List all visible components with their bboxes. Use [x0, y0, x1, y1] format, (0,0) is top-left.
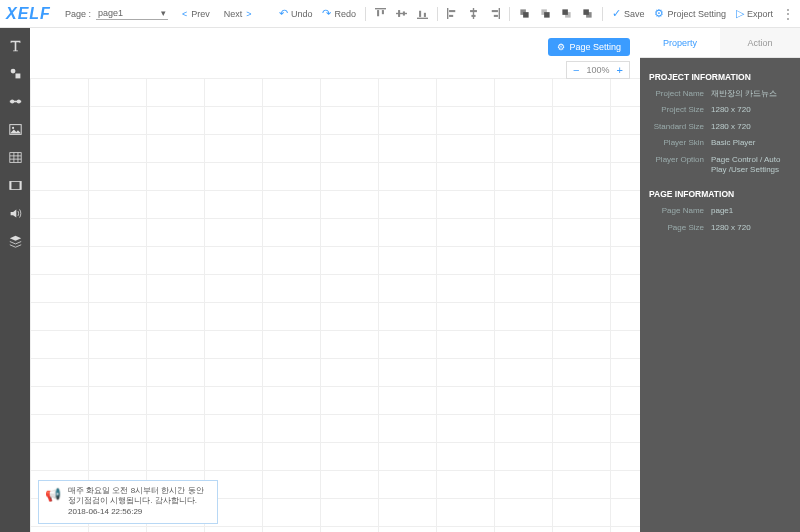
slider-tool[interactable]: [8, 94, 22, 108]
more-menu-button[interactable]: ⋮: [782, 7, 794, 21]
separator: [365, 7, 366, 21]
send-backward-icon: [561, 8, 572, 19]
left-toolbar: [0, 28, 30, 532]
zoom-control: − 100% +: [566, 61, 630, 79]
prev-button[interactable]: <Prev: [182, 9, 210, 19]
info-value: Page Control / Auto Play /User Settings: [711, 155, 791, 176]
top-toolbar: XELF Page : page1 ▾ <Prev Next> ↶Undo ↷R…: [0, 0, 800, 28]
audio-tool[interactable]: [8, 206, 22, 220]
app-logo: XELF: [6, 5, 51, 23]
svg-rect-39: [9, 181, 11, 189]
svg-rect-1: [377, 10, 379, 16]
svg-rect-16: [492, 10, 498, 12]
canvas-grid: [30, 78, 640, 532]
svg-point-32: [12, 126, 14, 128]
gear-icon: ⚙: [557, 42, 565, 52]
page-dropdown[interactable]: page1 ▾: [96, 7, 168, 20]
svg-rect-6: [417, 18, 428, 19]
align-right-icon: [489, 8, 500, 19]
info-value: Basic Player: [711, 138, 791, 148]
info-row: Project Size1280 x 720: [649, 105, 791, 115]
svg-rect-33: [9, 152, 20, 162]
main-area: ⚙Page Setting − 100% + 📢 매주 화요일 오전 8시부터 …: [0, 28, 800, 532]
info-row: Page Size1280 x 720: [649, 223, 791, 233]
prev-label: Prev: [191, 9, 210, 19]
svg-rect-21: [544, 12, 550, 18]
shape-tool[interactable]: [8, 66, 22, 80]
page-label: Page :: [65, 9, 91, 19]
align-left-button[interactable]: [447, 8, 458, 19]
layers-icon: [9, 235, 22, 248]
bring-front-button[interactable]: [519, 8, 530, 19]
export-button[interactable]: ▷Export: [736, 7, 773, 20]
send-back-icon: [582, 8, 593, 19]
zoom-in-button[interactable]: +: [617, 64, 623, 76]
audio-icon: [9, 207, 22, 220]
svg-rect-27: [15, 73, 20, 78]
redo-label: Redo: [334, 9, 356, 19]
zoom-value: 100%: [587, 65, 610, 75]
text-tool[interactable]: [8, 38, 22, 52]
layers-tool[interactable]: [8, 234, 22, 248]
info-row: Player OptionPage Control / Auto Play /U…: [649, 155, 791, 176]
page-setting-label: Page Setting: [569, 42, 621, 52]
video-tool[interactable]: [8, 178, 22, 192]
align-top-button[interactable]: [375, 8, 386, 19]
tab-property[interactable]: Property: [640, 28, 720, 58]
info-value: 1280 x 720: [711, 105, 791, 115]
svg-rect-12: [473, 8, 474, 19]
bring-forward-button[interactable]: [540, 8, 551, 19]
save-button[interactable]: ✓Save: [612, 7, 645, 20]
align-hcenter-icon: [468, 8, 479, 19]
align-right-button[interactable]: [489, 8, 500, 19]
info-value: 재반장의 카드뉴스: [711, 89, 791, 99]
play-icon: ▷: [736, 7, 744, 20]
align-bottom-button[interactable]: [417, 8, 428, 19]
align-hcenter-button[interactable]: [468, 8, 479, 19]
svg-rect-13: [470, 10, 477, 12]
project-setting-button[interactable]: ⚙Project Setting: [654, 7, 726, 20]
svg-point-26: [10, 68, 15, 73]
redo-icon: ↷: [322, 7, 331, 20]
info-row: Standard Size1280 x 720: [649, 122, 791, 132]
svg-rect-14: [471, 15, 475, 17]
zoom-out-button[interactable]: −: [573, 64, 579, 76]
image-tool[interactable]: [8, 122, 22, 136]
svg-rect-17: [494, 15, 498, 17]
canvas-area[interactable]: ⚙Page Setting − 100% + 📢 매주 화요일 오전 8시부터 …: [30, 28, 640, 532]
svg-rect-2: [382, 10, 384, 14]
send-back-button[interactable]: [582, 8, 593, 19]
page-current: page1: [98, 8, 123, 18]
info-label: Project Name: [649, 89, 711, 99]
svg-rect-9: [447, 8, 448, 19]
undo-button[interactable]: ↶Undo: [279, 7, 313, 20]
info-value: page1: [711, 206, 791, 216]
svg-rect-0: [375, 8, 386, 9]
send-backward-button[interactable]: [561, 8, 572, 19]
chevron-right-icon: >: [246, 9, 251, 19]
tab-action[interactable]: Action: [720, 28, 800, 58]
svg-rect-5: [403, 11, 405, 15]
gear-icon: ⚙: [654, 7, 664, 20]
text-icon: [9, 39, 22, 52]
image-icon: [9, 123, 22, 136]
svg-rect-7: [419, 11, 421, 17]
right-panel: Property Action PROJECT INFORMATION Proj…: [640, 28, 800, 532]
info-label: Page Name: [649, 206, 711, 216]
align-vcenter-button[interactable]: [396, 8, 407, 19]
shapes-icon: [9, 67, 22, 80]
redo-button[interactable]: ↷Redo: [322, 7, 356, 20]
caret-down-icon: ▾: [161, 8, 166, 18]
info-label: Project Size: [649, 105, 711, 115]
page-setting-button[interactable]: ⚙Page Setting: [548, 38, 630, 56]
undo-label: Undo: [291, 9, 313, 19]
slider-icon: [9, 95, 22, 108]
info-row: Player SkinBasic Player: [649, 138, 791, 148]
svg-rect-38: [9, 181, 20, 189]
svg-rect-15: [499, 8, 500, 19]
separator: [509, 7, 510, 21]
next-button[interactable]: Next>: [224, 9, 252, 19]
svg-rect-19: [523, 12, 529, 18]
separator: [437, 7, 438, 21]
table-tool[interactable]: [8, 150, 22, 164]
